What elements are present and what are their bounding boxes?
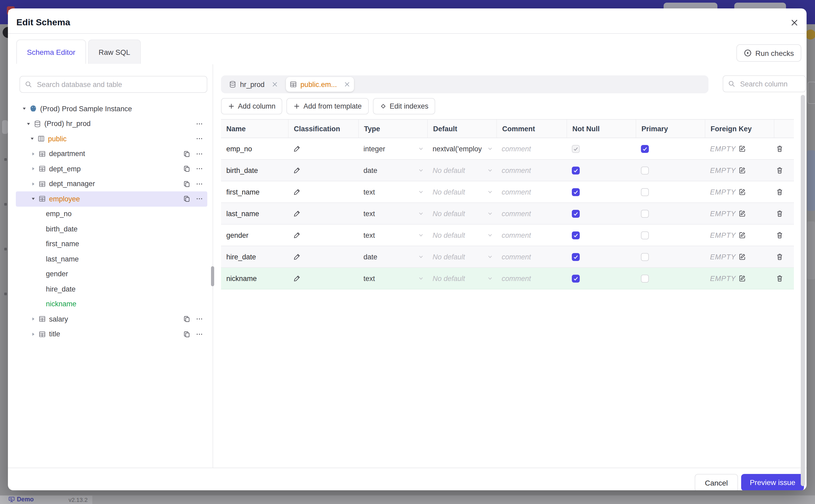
tree-item-dept-emp[interactable]: dept_emp <box>16 161 207 176</box>
delete-column-icon[interactable] <box>776 167 783 174</box>
edit-foreign-key-icon[interactable] <box>739 253 746 260</box>
not-null-checkbox[interactable] <box>572 253 580 261</box>
copy-icon[interactable] <box>183 165 190 173</box>
not-null-checkbox[interactable] <box>572 274 580 282</box>
close-tab-icon[interactable] <box>271 81 278 88</box>
chevron-down-icon[interactable] <box>29 136 35 142</box>
primary-checkbox[interactable] <box>641 210 649 217</box>
editor-tab-public-em[interactable]: public.em... <box>286 77 354 92</box>
tree-item-dept-manager[interactable]: dept_manager <box>16 176 207 191</box>
tree-item-employee[interactable]: employee <box>16 191 207 206</box>
not-null-checkbox[interactable] <box>572 145 580 153</box>
tree-item-public[interactable]: public <box>16 131 207 146</box>
copy-icon[interactable] <box>183 331 190 338</box>
primary-checkbox[interactable] <box>641 188 649 196</box>
primary-checkbox[interactable] <box>641 145 649 153</box>
chevron-right-icon[interactable] <box>30 151 36 157</box>
tree-search-input[interactable] <box>36 80 202 89</box>
chevron-right-icon[interactable] <box>30 166 36 172</box>
chevron-down-icon[interactable] <box>25 121 32 127</box>
chevron-right-icon[interactable] <box>30 181 36 187</box>
type-select[interactable]: date <box>358 160 427 181</box>
more-menu-icon[interactable] <box>196 135 203 143</box>
edit-foreign-key-icon[interactable] <box>739 145 746 152</box>
comment-input[interactable]: comment <box>497 268 567 289</box>
not-null-checkbox[interactable] <box>572 188 580 196</box>
default-select[interactable]: No default <box>427 181 497 202</box>
edit-classification-icon[interactable] <box>293 188 301 196</box>
edit-foreign-key-icon[interactable] <box>739 188 746 196</box>
more-menu-icon[interactable] <box>196 165 203 173</box>
tree-item-nickname[interactable]: nickname <box>16 297 207 312</box>
edit-classification-icon[interactable] <box>293 253 301 260</box>
comment-input[interactable]: comment <box>497 160 567 181</box>
chevron-down-icon[interactable] <box>21 106 27 112</box>
add-column-button[interactable]: Add column <box>221 98 282 114</box>
more-menu-icon[interactable] <box>196 331 203 338</box>
cancel-button[interactable]: Cancel <box>695 474 738 490</box>
tree-item-first-name[interactable]: first_name <box>16 236 207 251</box>
edit-indexes-button[interactable]: Edit indexes <box>373 98 435 114</box>
default-select[interactable]: No default <box>427 246 497 267</box>
pane-resize-handle[interactable] <box>211 266 214 286</box>
type-select[interactable]: text <box>358 268 427 289</box>
close-icon[interactable] <box>790 18 799 27</box>
tree-item-title[interactable]: title <box>16 327 207 342</box>
primary-checkbox[interactable] <box>641 166 649 174</box>
edit-classification-icon[interactable] <box>293 210 301 217</box>
tree-item-department[interactable]: department <box>16 146 207 161</box>
copy-icon[interactable] <box>183 195 190 203</box>
column-search-input[interactable] <box>739 79 801 88</box>
editor-tab-hr-prod[interactable]: hr_prod <box>225 77 281 92</box>
edit-classification-icon[interactable] <box>293 145 301 152</box>
column-name-cell[interactable]: gender <box>221 225 288 246</box>
edit-foreign-key-icon[interactable] <box>739 167 746 174</box>
tab-raw-sql[interactable]: Raw SQL <box>88 40 141 64</box>
more-menu-icon[interactable] <box>196 316 203 323</box>
primary-checkbox[interactable] <box>641 253 649 261</box>
chevron-down-icon[interactable] <box>30 196 36 202</box>
more-menu-icon[interactable] <box>196 150 203 158</box>
column-name-cell[interactable]: emp_no <box>221 138 288 159</box>
edit-foreign-key-icon[interactable] <box>739 275 746 282</box>
edit-foreign-key-icon[interactable] <box>739 210 746 217</box>
more-menu-icon[interactable] <box>196 120 203 128</box>
comment-input[interactable]: comment <box>497 138 567 159</box>
copy-icon[interactable] <box>183 316 190 323</box>
default-select[interactable]: No default <box>427 160 497 181</box>
delete-column-icon[interactable] <box>776 275 783 282</box>
preview-issue-button[interactable]: Preview issue <box>741 474 804 490</box>
add-from-template-button[interactable]: Add from template <box>287 98 369 114</box>
edit-classification-icon[interactable] <box>293 231 301 239</box>
column-name-cell[interactable]: birth_date <box>221 160 288 181</box>
copy-icon[interactable] <box>183 180 190 188</box>
not-null-checkbox[interactable] <box>572 210 580 217</box>
type-select[interactable]: date <box>358 246 427 267</box>
type-select[interactable]: integer <box>358 138 427 159</box>
delete-column-icon[interactable] <box>776 253 783 260</box>
column-name-cell[interactable]: hire_date <box>221 246 288 267</box>
chevron-right-icon[interactable] <box>30 332 36 337</box>
copy-icon[interactable] <box>183 150 190 158</box>
tree-item-last-name[interactable]: last_name <box>16 251 207 266</box>
tree-item-hire-date[interactable]: hire_date <box>16 282 207 297</box>
edit-classification-icon[interactable] <box>293 167 301 174</box>
tab-schema-editor[interactable]: Schema Editor <box>16 40 86 64</box>
primary-checkbox[interactable] <box>641 231 649 239</box>
column-name-cell[interactable]: first_name <box>221 181 288 202</box>
comment-input[interactable]: comment <box>497 203 567 224</box>
delete-column-icon[interactable] <box>776 210 783 217</box>
more-menu-icon[interactable] <box>196 180 203 188</box>
delete-column-icon[interactable] <box>776 145 783 152</box>
delete-column-icon[interactable] <box>776 231 783 239</box>
modal-scrollbar[interactable] <box>801 95 805 486</box>
tree-item-prod-hr-prod[interactable]: (Prod) hr_prod <box>16 116 207 131</box>
primary-checkbox[interactable] <box>641 274 649 282</box>
default-select[interactable]: No default <box>427 225 497 246</box>
not-null-checkbox[interactable] <box>572 231 580 239</box>
close-tab-icon[interactable] <box>344 81 350 88</box>
tree-item-gender[interactable]: gender <box>16 266 207 282</box>
run-checks-button[interactable]: Run checks <box>736 44 801 62</box>
comment-input[interactable]: comment <box>497 181 567 202</box>
not-null-checkbox[interactable] <box>572 166 580 174</box>
